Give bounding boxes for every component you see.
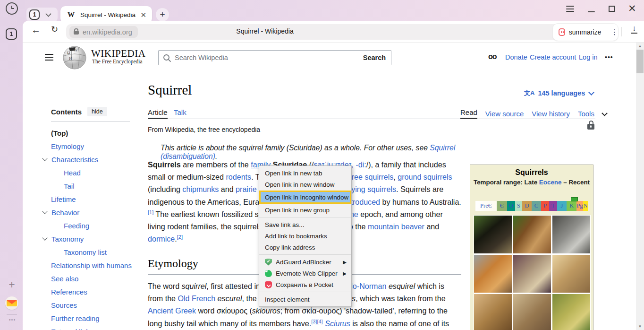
tab-talk[interactable]: Talk [174, 108, 186, 116]
timeline-period-d[interactable]: D [522, 201, 532, 211]
menu-item-open-link-in-new-window[interactable]: Open link in new window [259, 179, 351, 190]
timeline-period-pre[interactable]: PreЄ [475, 201, 497, 211]
wikipedia-logo[interactable]: Ω W И [62, 45, 87, 72]
toc-item-head[interactable]: Head [42, 166, 150, 179]
tab-tools[interactable]: Tools [578, 110, 594, 118]
chevron-down-icon[interactable] [42, 235, 47, 240]
toc-label[interactable]: Taxonomy list [64, 248, 107, 256]
menu-item-evernote-web-clipper[interactable]: Evernote Web Clipper▶ [259, 268, 351, 279]
toc-item-further-reading[interactable]: Further reading [42, 312, 150, 325]
search-button[interactable]: Search [358, 50, 391, 65]
wiki-hamburger-icon[interactable] [45, 54, 53, 61]
chevron-down-icon[interactable] [42, 156, 47, 161]
page-protection-lock-icon[interactable] [587, 124, 594, 130]
toc-item-characteristics[interactable]: Characteristics [42, 153, 150, 166]
toc-label[interactable]: Head [64, 169, 81, 177]
tab-group-badge[interactable]: 1 [29, 9, 40, 20]
toc-label[interactable]: References [51, 288, 87, 296]
menu-item-adguard-adblocker[interactable]: AdGuard AdBlocker▶ [259, 256, 351, 268]
timeline-period-pg[interactable]: Pg [576, 201, 583, 211]
timeline-period-s[interactable]: S [515, 201, 522, 211]
menu-item-copy-link-address[interactable]: Copy link address [259, 242, 351, 253]
sidebar-tab-count-badge[interactable]: 1 [6, 28, 17, 40]
toc-item-taxonomy[interactable]: Taxonomy [42, 232, 150, 245]
search-input[interactable]: Search Wikipedia [158, 50, 358, 65]
sidebar-add-icon[interactable]: + [7, 280, 17, 290]
domain-pill[interactable]: en.wikipedia.org [69, 26, 138, 38]
summarize-more-icon[interactable]: ⋮ [611, 28, 618, 36]
pages-oo-icon[interactable]: oo [488, 52, 497, 61]
lock-icon[interactable] [74, 31, 79, 35]
close-window-icon[interactable]: ✕ [628, 3, 636, 13]
toc-item-sources[interactable]: Sources [42, 298, 150, 312]
minimize-icon[interactable] [588, 11, 595, 12]
toc-label[interactable]: Further reading [51, 314, 100, 322]
timeline-period-[interactable]: Є [497, 201, 507, 211]
yandex-mail-icon[interactable] [5, 296, 18, 310]
toc-label[interactable]: Feeding [64, 222, 89, 230]
toc-item-top[interactable]: (Top) [42, 126, 150, 139]
history-clock-icon[interactable] [6, 2, 18, 15]
menu-item-open-link-in-incognito-window[interactable]: Open link in Incognito window [259, 191, 351, 204]
header-more-icon[interactable]: ••• [605, 53, 613, 61]
maximize-icon[interactable] [609, 6, 615, 12]
tab-article[interactable]: Article [148, 108, 168, 119]
menu-item-save-link-as[interactable]: Save link as... [259, 219, 351, 230]
geologic-timeline[interactable]: PreЄЄOSDCPTJKPgN [475, 201, 588, 211]
scrollbar[interactable]: ▲ ▼ [636, 43, 644, 330]
tab-view-source[interactable]: View source [485, 110, 524, 118]
toc-item-taxonomy-list[interactable]: Taxonomy list [42, 245, 150, 259]
create-account-link[interactable]: Create account [530, 53, 576, 61]
toc-item-relationship-with-humans[interactable]: Relationship with humans [42, 259, 150, 272]
scroll-up-icon[interactable]: ▲ [636, 44, 644, 48]
reload-icon[interactable]: ↻ [51, 24, 58, 35]
chevron-down-icon[interactable] [42, 208, 47, 214]
login-link[interactable]: Log in [579, 53, 598, 61]
back-icon[interactable]: ← [31, 25, 41, 35]
toc-item-references[interactable]: References [42, 285, 150, 298]
sidebar-more-icon[interactable]: ••• [6, 317, 18, 322]
toc-item-etymology[interactable]: Etymology [42, 139, 150, 153]
menu-item-inspect-element[interactable]: Inspect element [259, 294, 351, 305]
chevron-down-icon[interactable] [45, 11, 51, 17]
timeline-period-t[interactable]: T [549, 201, 557, 211]
toc-label[interactable]: Taxonomy [51, 235, 84, 243]
toc-item-tail[interactable]: Tail [42, 179, 150, 192]
summarize-button[interactable]: summarize ⋮ [552, 23, 619, 41]
menu-item-сохранить-в-pocket[interactable]: Сохранить в Pocket [259, 279, 351, 290]
wikipedia-wordmark[interactable]: WIKIPEDIA [91, 48, 145, 60]
toc-label[interactable]: Etymology [51, 142, 84, 150]
downloads-icon[interactable]: ↓ [630, 25, 638, 34]
close-tab-icon[interactable]: ✕ [140, 11, 146, 18]
scroll-down-icon[interactable]: ▼ [636, 324, 644, 329]
toc-label[interactable]: Relationship with humans [51, 261, 132, 269]
toc-label[interactable]: See also [51, 275, 78, 283]
toc-label[interactable]: Behavior [51, 208, 79, 217]
toc-item-see-also[interactable]: See also [42, 272, 150, 285]
address-bar[interactable]: en.wikipedia.org Squirrel - Wikipedia [66, 24, 571, 40]
menu-item-open-link-in-new-group[interactable]: Open link in new group [259, 204, 351, 216]
toc-item-feeding[interactable]: Feeding [42, 219, 150, 232]
timeline-period-j[interactable]: J [557, 201, 567, 211]
timeline-period-p[interactable]: P [541, 201, 549, 211]
toc-label[interactable]: (Top) [51, 129, 68, 137]
url-text[interactable]: en.wikipedia.org [83, 28, 132, 36]
menu-item-add-link-to-bookmarks[interactable]: Add link to bookmarks [259, 230, 351, 242]
toc-label[interactable]: Sources [51, 301, 77, 309]
timeline-period-o[interactable]: O [507, 201, 515, 211]
timeline-period-n[interactable]: N [583, 201, 588, 211]
languages-button[interactable]: 文A 145 languages [524, 89, 593, 97]
window-menu-icon[interactable] [566, 6, 574, 12]
tab-group-selector[interactable]: 1 [26, 8, 58, 22]
toc-item-behavior[interactable]: Behavior [42, 206, 150, 219]
donate-link[interactable]: Donate [505, 53, 527, 61]
toc-item-external-links[interactable]: External links [42, 325, 150, 330]
toc-label[interactable]: Lifetime [51, 195, 76, 203]
toc-label[interactable]: Characteristics [51, 156, 98, 164]
toc-label[interactable]: Tail [64, 182, 75, 190]
tab-view-history[interactable]: View history [532, 110, 570, 118]
toc-label[interactable]: External links [51, 328, 93, 330]
tab-read[interactable]: Read [460, 108, 477, 119]
new-tab-button[interactable]: + [156, 8, 169, 21]
timeline-period-c[interactable]: C [532, 201, 541, 211]
